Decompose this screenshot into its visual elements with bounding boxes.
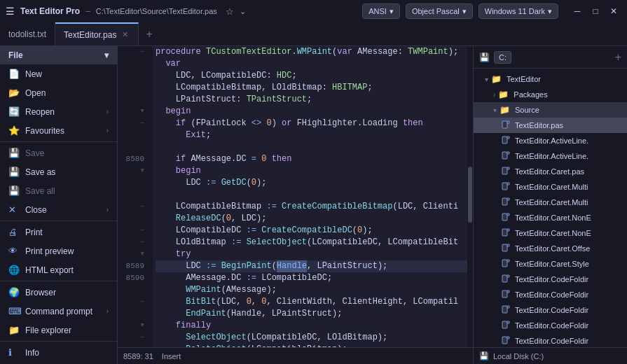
code-container[interactable]: ─▼─8580▼───▼85898590─▼───▲8600 procedure… [118,46,473,347]
menu-icon[interactable]: ☰ [6,6,15,17]
divider-4 [0,341,117,342]
sidebar-item-commandprompt[interactable]: ⌨ Command prompt › [0,302,117,321]
right-panel-header: 💾 C: + [474,46,627,69]
commandprompt-chevron-icon: › [106,307,109,315]
tree-item[interactable]: TextEditor.CodeFoldir [474,333,627,347]
code-line: LDC, LCompatibleDC: HDC; [156,70,467,82]
tree-item[interactable]: TextEditor.Caret.Style [474,256,627,272]
tree-item-label: Packages [514,90,547,99]
maximize-button[interactable]: □ [588,4,603,19]
scrollbar[interactable] [467,46,473,347]
theme-dropdown[interactable]: Windows 11 Dark ▾ [478,4,558,19]
sidebar-item-label: Save as [25,167,55,177]
svg-rect-22 [502,290,507,298]
encoding-dropdown[interactable]: ANSI ▾ [362,4,400,19]
line-number: ─ [120,46,147,58]
svg-rect-17 [507,244,509,246]
sidebar-item-open[interactable]: 📂 Open [0,83,117,102]
minimize-button[interactable]: ─ [570,4,585,19]
line-number [120,130,147,141]
code-line: begin [156,106,467,118]
tree-item[interactable]: TextEditor.ActiveLine. [474,133,627,148]
line-number [120,189,147,201]
line-number: ─ [120,201,147,213]
divider-1 [0,141,117,142]
svg-rect-10 [502,198,507,205]
tab-close-button[interactable]: ✕ [120,29,130,40]
tree-item[interactable]: ›📁Packages [474,87,627,102]
window-controls: ─ □ ✕ [570,4,621,19]
tree-item[interactable]: TextEditor.Caret.NonE [474,210,627,225]
svg-rect-25 [507,306,509,308]
code-line: DeleteObject(LCompatibleBitmap); [156,344,467,347]
divider-2 [0,220,117,221]
sidebar-item-fileexplorer[interactable]: 📁 File explorer [0,321,117,340]
tab-texteditor[interactable]: TextEditor.pas ✕ [55,22,139,46]
svg-rect-27 [507,321,509,323]
scrollbar-thumb[interactable] [468,167,472,223]
file-pas-icon [502,321,510,330]
tree-item-label: TextEditor.ActiveLine. [515,136,588,145]
tree-item[interactable]: TextEditor.CodeFoldir [474,318,627,333]
line-number: ─ [120,237,147,248]
line-number [120,58,147,70]
tree-item[interactable]: ▾📁TextEditor [474,71,627,87]
browser-icon: 🌍 [8,287,20,298]
file-pas-icon [502,228,510,238]
new-tab-button[interactable]: + [139,28,159,41]
right-panel-status: 💾 Local Disk (C:) [474,347,627,364]
sidebar-item-saveall[interactable]: 💾 Save all [0,181,117,200]
tree-item-label: TextEditor.Caret.Style [515,260,589,268]
tree-item[interactable]: TextEditor.CodeFoldir [474,272,627,287]
tree-item-label: TextEditor.Caret.Offse [515,244,590,253]
tree-item[interactable]: TextEditor.Caret.Multi [474,179,627,195]
tree-item[interactable]: TextEditor.Caret.Multi [474,195,627,210]
tree-item[interactable]: TextEditor.CodeFoldir [474,287,627,302]
tab-todolist[interactable]: todolist.txt [0,22,55,46]
reopen-chevron-icon: › [106,108,109,115]
line-number [120,213,147,225]
tree-item[interactable]: TextEditor.Caret.Offse [474,241,627,256]
tree-item[interactable]: TextEditor.CodeFoldir [474,302,627,318]
sidebar-item-close[interactable]: ✕ Close › [0,200,117,219]
close-button[interactable]: ✕ [606,4,621,19]
sidebar-item-browser[interactable]: 🌍 Browser [0,283,117,302]
svg-rect-4 [502,152,507,159]
line-number: ▼ [120,106,147,118]
bookmark-icon[interactable]: ☆ [226,6,234,17]
tree-item-label: TextEditor [507,75,541,83]
sidebar-item-reopen[interactable]: 🔄 Reopen › [0,102,117,121]
code-content[interactable]: procedure TCustomTextEditor.WMPaint(var … [153,46,467,347]
tree-item[interactable]: TextEditor.pas [474,118,627,133]
sidebar-item-save[interactable]: 💾 Save [0,144,117,162]
sidebar-item-label: Command prompt [25,307,92,316]
sidebar-item-htmlexport[interactable]: 🌐 HTML export [0,260,117,279]
file-pas-icon [502,197,510,207]
status-left: 8589: 31 Insert [123,352,467,360]
sidebar-item-saveas[interactable]: 💾 Save as [0,162,117,181]
sidebar-item-new[interactable]: 📄 New [0,64,117,83]
tree-item[interactable]: TextEditor.Caret.pas [474,164,627,179]
path-chevron-icon[interactable]: ⌄ [240,7,246,16]
sidebar-menu: File ▾ 📄 New 📂 Open 🔄 Reopen › ⭐ Favouri… [0,46,118,364]
sidebar-item-printpreview[interactable]: 👁 Print preview [0,241,117,260]
sidebar-item-label: File explorer [25,326,71,335]
save-icon: 💾 [8,148,20,158]
tree-item-label: TextEditor.pas [515,121,563,130]
sidebar-item-favourites[interactable]: ⭐ Favourites › [0,121,117,140]
svg-rect-12 [502,214,507,220]
tree-item-label: TextEditor.Caret.NonE [515,229,591,237]
sidebar-item-label: Save [25,148,44,158]
sidebar-item-print[interactable]: 🖨 Print [0,223,117,241]
svg-rect-0 [502,121,507,128]
drive-selector[interactable]: C: [494,51,511,64]
add-panel-button[interactable]: + [615,51,621,64]
file-menu-button[interactable]: File ▾ [0,46,117,64]
code-line: LDC := BeginPaint(Handle, LPaintStruct); [156,260,467,272]
tree-item[interactable]: TextEditor.ActiveLine. [474,148,627,164]
language-dropdown[interactable]: Object Pascal ▾ [406,4,473,19]
folder-collapsed-icon: › [493,91,495,99]
sidebar-item-info[interactable]: ℹ Info [0,343,117,362]
tree-item[interactable]: TextEditor.Caret.NonE [474,225,627,241]
tree-item[interactable]: ▾📁Source [474,102,627,118]
